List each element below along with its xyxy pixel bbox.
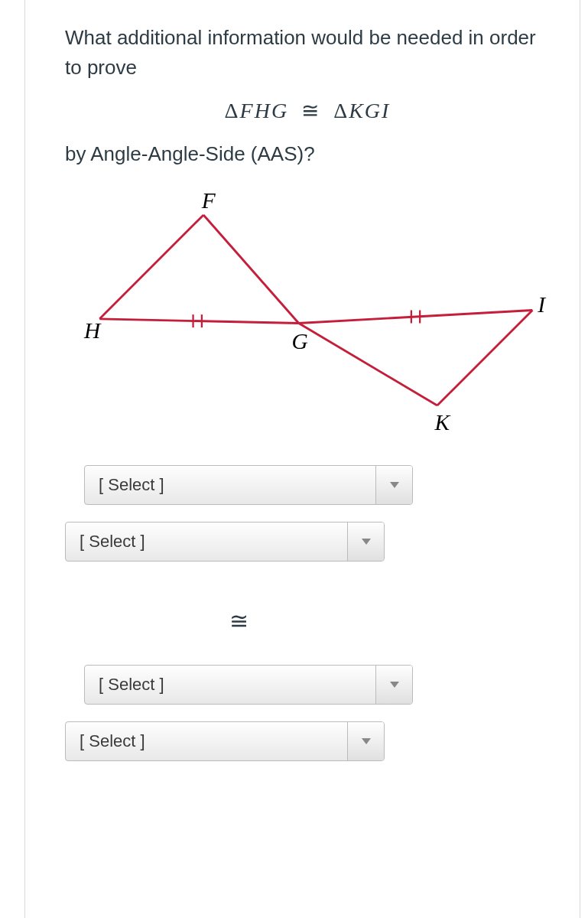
select-4-label: [ Select ] [66,722,347,760]
chevron-down-icon [362,539,371,545]
select-2-label: [ Select ] [66,522,347,561]
diagram-svg: F H G I K [65,189,550,431]
triangle-2: KGI [349,99,390,122]
segment-HF [99,215,203,319]
segment-GK [299,323,437,405]
segment-KI [437,311,533,406]
svg-marker-1 [362,539,371,545]
label-I: I [537,292,546,317]
select-2[interactable]: [ Select ] [65,522,385,562]
select-group-1: [ Select ] [ Select ] [65,465,550,562]
chevron-down-icon [390,482,399,488]
middle-congruent-symbol: ≅ [65,607,550,634]
label-F: F [201,189,216,213]
select-group-2: [ Select ] [ Select ] [65,665,550,761]
select-3-arrow [375,666,412,704]
delta-2: Δ [333,99,349,122]
congruence-expression: ΔFHG ≅ ΔKGI [65,98,550,123]
segment-HG [99,319,298,324]
right-divider [580,0,580,918]
triangle-diagram: F H G I K [65,189,550,435]
segment-GI [299,311,533,324]
delta-1: Δ [225,99,240,122]
left-divider [24,0,25,918]
segment-FG [203,215,299,324]
svg-marker-2 [390,682,399,688]
select-4-arrow [347,722,384,760]
label-G: G [292,329,308,353]
triangle-1: FHG [240,99,289,122]
svg-marker-0 [390,482,399,488]
congruent-symbol: ≅ [301,98,320,123]
question-intro: What additional information would be nee… [65,23,550,83]
chevron-down-icon [390,682,399,688]
label-H: H [83,318,102,343]
select-3-label: [ Select ] [85,666,375,704]
select-4[interactable]: [ Select ] [65,721,385,761]
chevron-down-icon [362,738,371,744]
question-method: by Angle-Angle-Side (AAS)? [65,142,550,166]
select-3[interactable]: [ Select ] [84,665,413,705]
select-1-label: [ Select ] [85,466,375,504]
select-1[interactable]: [ Select ] [84,465,413,505]
svg-marker-3 [362,738,371,744]
select-1-arrow [375,466,412,504]
label-K: K [434,410,450,431]
select-2-arrow [347,522,384,561]
